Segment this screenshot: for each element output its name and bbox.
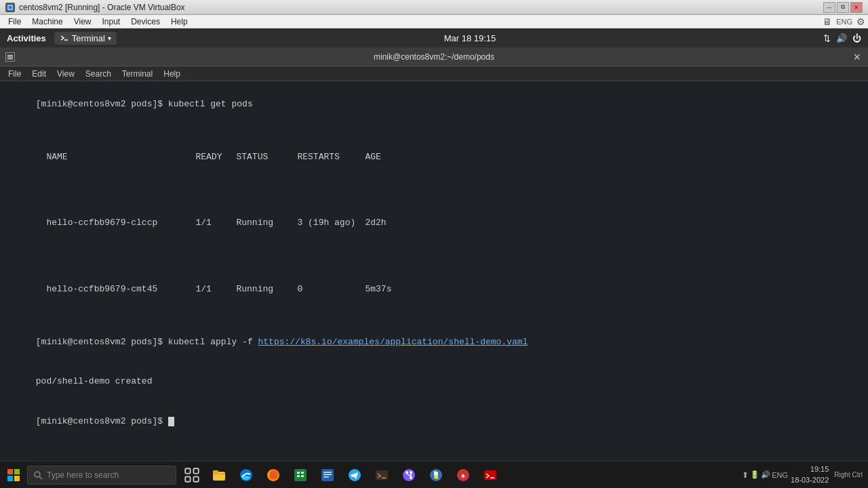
- tray-volume-icon: 🔊: [761, 470, 770, 479]
- tray-network-icon: ⬆: [742, 470, 749, 480]
- term-prompt-3: [minik@centos8vm2 pods]$: [36, 416, 168, 426]
- vbox-menu-machine[interactable]: Machine: [26, 15, 68, 28]
- term-prompt-2: [minik@centos8vm2 pods]$: [36, 337, 168, 347]
- terminal-taskbar-icon: [374, 468, 389, 483]
- taskbar-taskview-icon[interactable]: [179, 462, 205, 489]
- vbox-app-icon: [5, 3, 15, 12]
- svg-rect-4: [7, 55, 13, 56]
- terminal-menubar: File Edit View Search Terminal Help: [0, 66, 868, 81]
- terminal-menu-search[interactable]: Search: [81, 66, 115, 81]
- terminal-close-button[interactable]: ✕: [852, 52, 863, 62]
- svg-rect-10: [14, 476, 20, 481]
- terminal-menu-file[interactable]: File: [4, 66, 25, 81]
- svg-rect-15: [185, 476, 190, 481]
- svg-rect-29: [323, 472, 332, 473]
- search-input[interactable]: [47, 470, 169, 480]
- terminal-line-pod2: hello-ccfbb9679-cmt451/1Running05m37s: [4, 256, 864, 323]
- vbox-title-text: centos8vm2 [Running] - Oracle VM Virtual…: [19, 3, 185, 12]
- taskbar-calc-icon[interactable]: [288, 462, 313, 489]
- clock-time: 19:15: [791, 464, 829, 474]
- terminal-menu-view[interactable]: View: [53, 66, 79, 81]
- terminal-title: minik@centos8vm2:~/demo/pods: [16, 52, 852, 62]
- vbox-toolbar-icon3[interactable]: ⚙: [856, 16, 865, 27]
- terminal-line-pod1: hello-ccfbb9679-clccp1/1Running3 (19h ag…: [4, 190, 864, 256]
- svg-point-20: [242, 476, 250, 480]
- terminal-menu-terminal[interactable]: Terminal: [118, 66, 157, 81]
- terminal-content[interactable]: [minik@centos8vm2 pods]$ kubectl get pod…: [0, 81, 868, 461]
- svg-rect-31: [323, 476, 329, 478]
- gnome-datetime[interactable]: Mar 18 19:15: [444, 33, 496, 43]
- term-cmd-2: kubectl apply -f: [168, 337, 258, 347]
- svg-rect-16: [193, 476, 198, 481]
- term-cmd-1: kubectl get pods: [168, 99, 253, 109]
- vbox-menu-help[interactable]: Help: [165, 15, 193, 28]
- svg-rect-24: [297, 472, 300, 474]
- firefox-icon: [266, 468, 281, 483]
- vbox-toolbar-icon2[interactable]: ENG: [836, 18, 852, 26]
- term-output-text: pod/shell-demo created: [36, 376, 153, 386]
- taskbar-explorer-icon[interactable]: [206, 462, 232, 489]
- term-url[interactable]: https://k8s.io/examples/application/shel…: [258, 337, 528, 347]
- svg-rect-7: [7, 469, 13, 474]
- pods-header: NAMEREADYSTATUSRESTARTSAGE: [4, 152, 381, 176]
- taskbar-git-icon[interactable]: [396, 462, 422, 489]
- taskbar-telegram-icon[interactable]: [342, 462, 368, 489]
- svg-rect-23: [294, 469, 307, 481]
- terminal-menu-button[interactable]: [5, 52, 15, 62]
- right-ctrl-label: Right Ctrl: [834, 471, 863, 479]
- taskbar-redterm-icon[interactable]: [477, 462, 503, 489]
- svg-point-38: [410, 471, 412, 474]
- terminal-menu-help[interactable]: Help: [159, 66, 184, 81]
- gnome-power-icon: ⏻: [852, 33, 861, 43]
- calc-icon: [293, 468, 308, 483]
- svg-text:♠: ♠: [461, 472, 465, 479]
- windows-logo-icon: [7, 469, 20, 481]
- gnome-terminal-taskbutton[interactable]: Terminal ▾: [54, 32, 117, 45]
- vbox-menu-devices[interactable]: Devices: [125, 15, 165, 28]
- taskbar-clock[interactable]: 19:15 18-03-2022: [791, 464, 829, 485]
- term-prompt-1: [minik@centos8vm2 pods]$: [36, 99, 168, 109]
- svg-rect-30: [323, 474, 332, 475]
- svg-line-12: [40, 476, 43, 479]
- vbox-toolbar-icon1[interactable]: 🖥: [823, 16, 832, 27]
- start-button[interactable]: [0, 462, 27, 489]
- gnome-topbar-right: ⇅ 🔊 ⏻: [823, 33, 861, 43]
- gnome-network-icon: ⇅: [823, 33, 831, 43]
- taskbar-browser-icon[interactable]: [233, 462, 259, 489]
- vbox-menu-input[interactable]: Input: [97, 15, 126, 28]
- taskbar-search-box[interactable]: [27, 466, 176, 485]
- taskbar-writer-icon[interactable]: [315, 462, 340, 489]
- terminal-line-prompt: [minik@centos8vm2 pods]$: [4, 401, 864, 441]
- gnome-topbar-left: Activities Terminal ▾: [7, 32, 117, 45]
- vbox-menu-view[interactable]: View: [68, 15, 97, 28]
- telegram-icon: [347, 468, 362, 483]
- taskbar-terminal-icon[interactable]: [369, 462, 395, 489]
- svg-rect-27: [301, 475, 304, 477]
- gnome-terminal-dropdown-icon: ▾: [108, 35, 111, 42]
- tray-battery-icon: 🔋: [750, 470, 760, 479]
- vbox-close-button[interactable]: ✕: [850, 2, 863, 13]
- vbox-menubar: File Machine View Input Devices Help 🖥 E…: [0, 15, 868, 28]
- terminal-icon: [60, 33, 69, 43]
- taskbar-python-icon[interactable]: [423, 462, 449, 489]
- svg-rect-25: [301, 472, 304, 474]
- terminal-menu-edit[interactable]: Edit: [28, 66, 50, 81]
- windows-taskbar: ♠ ⬆ 🔋 🔊 ENG 19:15 18-03-2022 Right Ctrl: [0, 461, 868, 488]
- vbox-titlebar: centos8vm2 [Running] - Oracle VM Virtual…: [0, 0, 868, 15]
- svg-rect-5: [7, 56, 13, 58]
- svg-rect-33: [376, 470, 388, 480]
- terminal-titlebar: minik@centos8vm2:~/demo/pods ✕: [0, 47, 868, 66]
- file-explorer-icon: [212, 468, 226, 483]
- gnome-activities-button[interactable]: Activities: [7, 33, 46, 43]
- svg-rect-14: [193, 468, 198, 473]
- vbox-toolbar-right: 🖥 ENG ⚙: [823, 16, 865, 27]
- svg-point-11: [35, 472, 40, 477]
- vbox-restore-button[interactable]: ⧉: [837, 2, 849, 13]
- taskbar-firefox-icon[interactable]: [260, 462, 286, 489]
- terminal-titlebar-placeholder: [5, 52, 16, 62]
- vbox-minimize-button[interactable]: ─: [823, 2, 835, 13]
- taskbar-settings-icon[interactable]: ♠: [450, 462, 476, 489]
- redterm-icon: [483, 468, 498, 483]
- gnome-topbar: Activities Terminal ▾ Mar 18 19:15 ⇅ 🔊 ⏻: [0, 28, 868, 47]
- vbox-menu-file[interactable]: File: [3, 15, 26, 28]
